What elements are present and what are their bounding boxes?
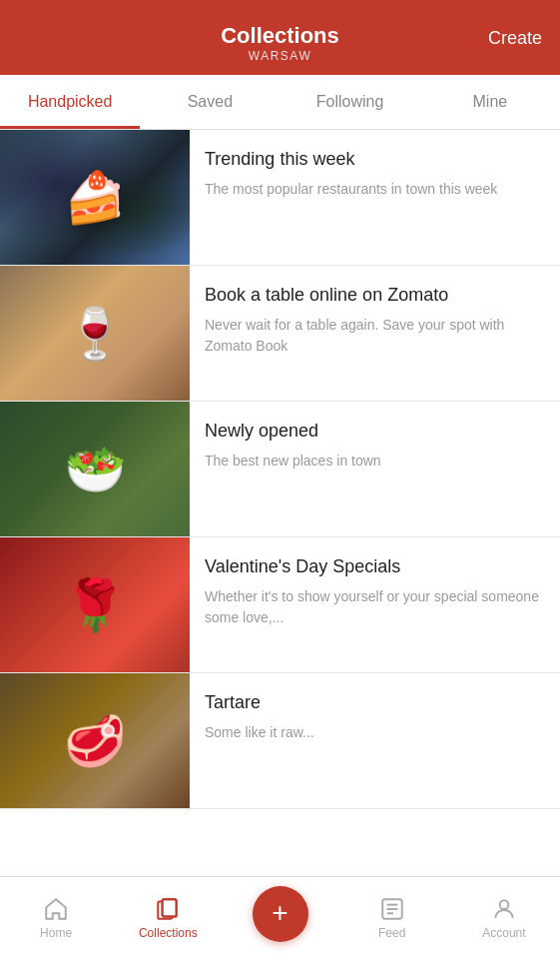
- home-icon: [43, 896, 69, 922]
- collection-desc-valentine: Whether it's to show yourself or your sp…: [205, 586, 545, 628]
- collection-item-trending[interactable]: Trending this week The most popular rest…: [0, 130, 560, 266]
- collection-desc-tartare: Some like it raw...: [205, 722, 545, 743]
- collection-list: Trending this week The most popular rest…: [0, 130, 560, 876]
- collection-image-tartare: [0, 673, 190, 808]
- collection-title-tartare: Tartare: [205, 691, 545, 714]
- collections-icon: [155, 896, 181, 922]
- collection-content-valentine: Valentine's Day Specials Whether it's to…: [190, 537, 560, 672]
- header-subtitle: WARSAW: [221, 49, 339, 63]
- bottom-nav: Home Collections + Feed Account: [0, 876, 560, 959]
- nav-label-home: Home: [40, 926, 72, 940]
- collection-content-book: Book a table online on Zomato Never wait…: [190, 266, 560, 401]
- header-title: Collections: [221, 23, 339, 49]
- collection-item-newly-opened[interactable]: Newly opened The best new places in town: [0, 402, 560, 537]
- collection-item-valentines[interactable]: Valentine's Day Specials Whether it's to…: [0, 537, 560, 673]
- tab-saved[interactable]: Saved: [140, 75, 280, 129]
- tab-following[interactable]: Following: [280, 75, 420, 129]
- collection-title-valentine: Valentine's Day Specials: [205, 555, 545, 578]
- nav-item-account[interactable]: Account: [448, 877, 560, 959]
- tab-handpicked[interactable]: Handpicked: [0, 75, 140, 129]
- collection-content-tartare: Tartare Some like it raw...: [190, 673, 560, 808]
- add-button[interactable]: +: [253, 886, 308, 942]
- collection-desc-book: Never wait for a table again. Save your …: [205, 315, 545, 357]
- feed-icon: [379, 896, 405, 922]
- nav-item-add[interactable]: +: [224, 877, 335, 959]
- svg-rect-1: [163, 899, 177, 916]
- collection-title-trending: Trending this week: [205, 148, 545, 171]
- collection-title-book: Book a table online on Zomato: [205, 284, 545, 307]
- collection-image-new: [0, 402, 190, 536]
- nav-item-collections[interactable]: Collections: [112, 877, 224, 959]
- create-button[interactable]: Create: [488, 27, 542, 48]
- collection-item-book-table[interactable]: Book a table online on Zomato Never wait…: [0, 266, 560, 402]
- collection-content-trending: Trending this week The most popular rest…: [190, 130, 560, 265]
- nav-label-collections: Collections: [139, 926, 198, 940]
- header-center: Collections WARSAW: [221, 23, 339, 63]
- svg-point-7: [500, 900, 509, 909]
- collection-content-new: Newly opened The best new places in town: [190, 402, 560, 536]
- nav-label-feed: Feed: [378, 926, 405, 940]
- nav-label-account: Account: [482, 926, 525, 940]
- collection-image-valentine: [0, 537, 190, 672]
- collection-desc-trending: The most popular restaurants in town thi…: [205, 179, 545, 200]
- collection-item-tartare[interactable]: Tartare Some like it raw...: [0, 673, 560, 809]
- collection-image-trending: [0, 130, 190, 265]
- collection-title-new: Newly opened: [205, 420, 545, 443]
- tab-mine[interactable]: Mine: [420, 75, 560, 129]
- nav-item-home[interactable]: Home: [0, 877, 112, 959]
- collection-desc-new: The best new places in town: [205, 451, 545, 472]
- tab-bar: Handpicked Saved Following Mine: [0, 75, 560, 130]
- account-icon: [491, 896, 517, 922]
- app-header: Collections WARSAW Create: [0, 0, 560, 75]
- nav-item-feed[interactable]: Feed: [336, 877, 448, 959]
- collection-image-book: [0, 266, 190, 401]
